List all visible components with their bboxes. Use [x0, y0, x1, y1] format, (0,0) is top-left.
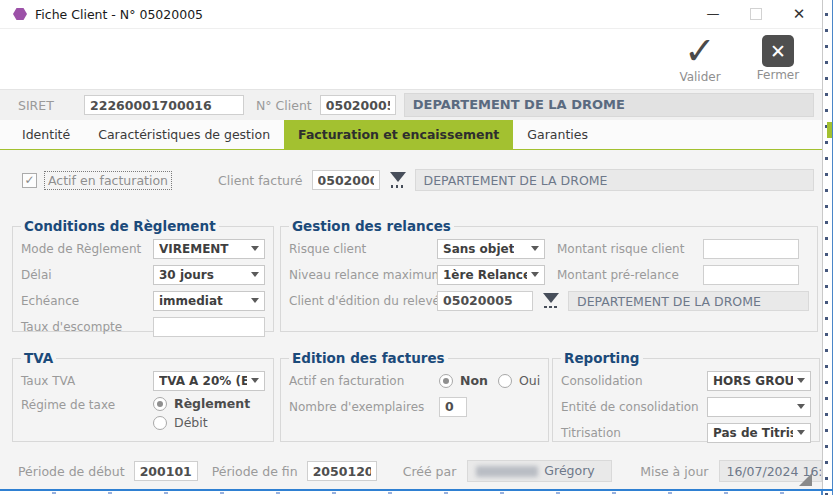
consolidation-row: Consolidation HORS GROUPE	[561, 370, 811, 391]
window-controls: — ✕	[706, 7, 822, 21]
chevron-down-icon	[251, 272, 259, 277]
nombre-exemplaires-input[interactable]	[439, 397, 467, 417]
gestion-relances-section: Gestion des relances Risque client Sans …	[280, 218, 818, 332]
montant-prerelance-input[interactable]	[703, 265, 799, 285]
consolidation-value: HORS GROUPE	[713, 374, 793, 388]
client-edition-input[interactable]	[437, 291, 533, 311]
delai-row: Délai 30 jours	[21, 264, 265, 285]
periode-debut-input[interactable]	[134, 461, 198, 481]
taux-tva-label: Taux TVA	[21, 374, 153, 388]
client-facture-name-display: DEPARTEMENT DE LA DROME	[415, 169, 814, 191]
client-facture-input[interactable]	[312, 170, 380, 190]
reporting-title: Reporting	[561, 350, 643, 366]
chevron-down-icon	[531, 272, 539, 277]
tab-garanties[interactable]: Garanties	[513, 120, 602, 149]
regime-taxe-row: Régime de taxe Règlement Débit	[21, 396, 265, 430]
client-edition-label: Client d'édition du relevé	[289, 294, 437, 308]
radio-oui[interactable]: Oui	[498, 373, 540, 388]
fermer-button[interactable]: ✕ Fermer	[742, 33, 814, 82]
lookup-dots-icon	[544, 306, 547, 309]
periode-fin-input[interactable]	[307, 461, 377, 481]
num-client-input[interactable]	[320, 95, 396, 115]
window-title: Fiche Client - N° 05020005	[35, 7, 203, 22]
chevron-down-icon	[251, 246, 259, 251]
niveau-relance-label: Niveau relance maximum	[289, 268, 437, 282]
radio-reglement[interactable]: Règlement	[153, 396, 250, 411]
tab-caracteristiques-de-gestion[interactable]: Caractéristiques de gestion	[84, 120, 284, 149]
titrisation-select[interactable]: Pas de Titrisatio	[707, 423, 811, 443]
minimize-icon[interactable]: —	[706, 7, 720, 21]
consolidation-select[interactable]: HORS GROUPE	[707, 371, 811, 391]
lookup-triangle-icon	[390, 172, 406, 182]
echeance-value: immediat	[159, 294, 223, 308]
entite-consolidation-row: Entité de consolidation	[561, 396, 811, 417]
mode-reglement-row: Mode de Règlement VIREMENT	[21, 238, 265, 259]
siret-input[interactable]	[84, 95, 244, 115]
radio-unselected-icon	[153, 416, 167, 430]
valider-button[interactable]: ✓ Valider	[664, 33, 736, 84]
risque-client-label: Risque client	[289, 242, 437, 256]
taux-tva-value: TVA A 20% (E)	[159, 374, 247, 388]
periode-fin-label: Période de fin	[212, 464, 298, 479]
risque-client-row: Risque client Sans objet Montant risque …	[289, 238, 809, 259]
cree-par-display: Grégory	[467, 460, 612, 482]
num-client-label: N° Client	[256, 98, 312, 113]
toolbar: ✓ Valider ✕ Fermer	[0, 28, 822, 89]
niveau-relance-select[interactable]: 1ère Relance	[437, 265, 545, 285]
radio-reglement-label: Règlement	[174, 396, 250, 411]
resize-grip[interactable]	[799, 473, 812, 486]
background-green-mark	[827, 122, 832, 138]
chevron-down-icon	[251, 298, 259, 303]
conditions-reglement-section: Conditions de Règlement Mode de Règlemen…	[12, 218, 274, 332]
screen: Fiche Client - N° 05020005 — ✕ ✓ Valider…	[0, 0, 833, 495]
niveau-relance-value: 1ère Relance	[443, 268, 527, 282]
mise-a-jour-label: Mise à jour	[640, 464, 708, 479]
lookup-dots-icon	[391, 185, 394, 188]
siret-label: SIRET	[18, 98, 84, 113]
actif-facturation-label: Actif en facturation	[44, 171, 172, 190]
actif-facturation-radio-row: Actif en facturation Non Oui	[289, 370, 540, 391]
radio-non[interactable]: Non	[439, 373, 488, 388]
tva-section: TVA Taux TVA TVA A 20% (E) Régime de tax…	[12, 350, 274, 442]
client-facture-lookup-button[interactable]	[385, 170, 411, 190]
echeance-select[interactable]: immediat	[153, 291, 265, 311]
taux-tva-select[interactable]: TVA A 20% (E)	[153, 371, 265, 391]
radio-debit[interactable]: Débit	[153, 415, 250, 430]
taux-escompte-row: Taux d'escompte	[21, 316, 265, 337]
consolidation-label: Consolidation	[561, 374, 707, 388]
titrisation-value: Pas de Titrisatio	[713, 426, 793, 440]
client-edition-name-display: DEPARTEMENT DE LA DROME	[568, 291, 809, 311]
reporting-section: Reporting Consolidation HORS GROUPE Enti…	[552, 350, 820, 442]
mode-reglement-select[interactable]: VIREMENT	[153, 239, 265, 259]
edition-factures-title: Edition des factures	[289, 350, 448, 366]
mode-reglement-label: Mode de Règlement	[21, 242, 153, 256]
client-facture-label: Client facturé	[218, 173, 302, 188]
title-bar: Fiche Client - N° 05020005 — ✕	[0, 0, 822, 28]
chevron-down-icon	[797, 404, 805, 409]
nombre-exemplaires-label: Nombre d'exemplaires	[289, 400, 439, 414]
valider-label: Valider	[664, 70, 736, 84]
delai-select[interactable]: 30 jours	[153, 265, 265, 285]
entite-consolidation-select[interactable]	[707, 397, 811, 417]
chevron-down-icon	[531, 246, 539, 251]
radio-debit-label: Débit	[174, 415, 208, 430]
fiche-client-dialog: Fiche Client - N° 05020005 — ✕ ✓ Valider…	[0, 0, 823, 489]
radio-selected-icon	[439, 374, 453, 388]
actif-facturation-checkbox[interactable]: ✓	[22, 173, 37, 188]
montant-risque-input[interactable]	[703, 239, 799, 259]
tva-title: TVA	[21, 350, 56, 366]
mode-reglement-value: VIREMENT	[159, 242, 229, 256]
tab-content-facturation: ✓ Actif en facturation Client facturé DE…	[0, 150, 822, 489]
background-window-border	[0, 489, 833, 491]
delai-label: Délai	[21, 268, 153, 282]
taux-escompte-input[interactable]	[153, 317, 265, 337]
client-edition-lookup-button[interactable]	[538, 291, 564, 311]
close-icon[interactable]: ✕	[792, 7, 806, 21]
maximize-icon[interactable]	[750, 8, 762, 20]
tab-facturation-et-encaissement[interactable]: Facturation et encaissement	[284, 120, 513, 149]
risque-client-select[interactable]: Sans objet	[437, 239, 545, 259]
delai-value: 30 jours	[159, 268, 214, 282]
background-grid-marks-bottom	[0, 492, 833, 494]
lookup-triangle-icon	[543, 293, 559, 303]
tab-identite[interactable]: Identité	[8, 120, 84, 149]
